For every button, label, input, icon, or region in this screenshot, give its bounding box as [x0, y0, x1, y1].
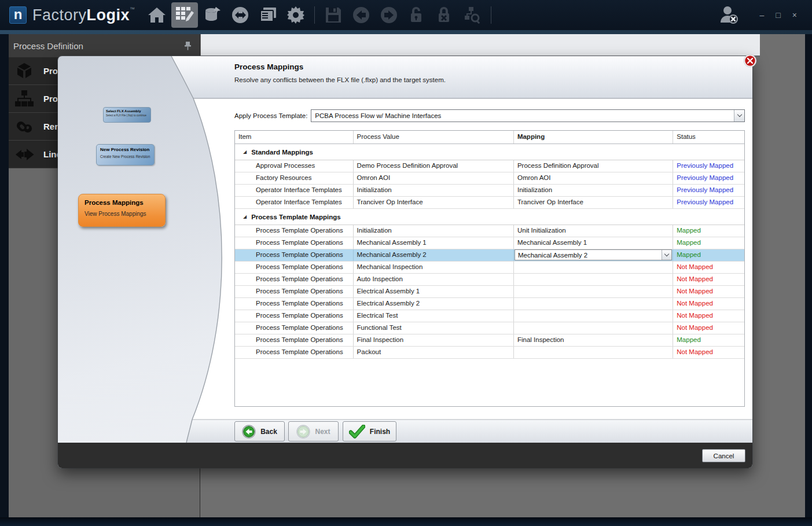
save-button[interactable]: [320, 2, 347, 28]
mapping-row[interactable]: Factory ResourcesOmron AOIOmron AOIPrevi…: [235, 172, 744, 185]
toolbar-separator: [491, 6, 491, 24]
mapping-row[interactable]: Process Template OperationsFinal Inspect…: [235, 334, 744, 347]
mapping-cell[interactable]: [514, 262, 673, 273]
process-definition-editor-button[interactable]: [171, 2, 198, 28]
cancel-button[interactable]: Cancel: [702, 449, 745, 462]
group-header-row[interactable]: ◢Process Template Mappings: [235, 209, 744, 225]
mapping-row[interactable]: Process Template OperationsInitializatio…: [235, 225, 744, 237]
status-cell: Previously Mapped: [673, 197, 744, 208]
material-logistics-button[interactable]: [199, 2, 226, 28]
process-value-cell: Initialization: [354, 185, 514, 196]
process-mappings-dialog: Process Mappings Resolve any conflicts b…: [58, 56, 752, 468]
mapping-row[interactable]: Operator Interface TemplatesTranciver Op…: [235, 197, 744, 209]
table-header-row: Item Process Value Mapping Status: [235, 131, 744, 144]
mapping-cell[interactable]: [514, 310, 673, 322]
mapping-row[interactable]: Process Template OperationsElectrical Te…: [235, 310, 744, 322]
back-button[interactable]: Back: [234, 421, 285, 442]
mapping-cell[interactable]: [514, 298, 673, 310]
pushpin-icon[interactable]: [184, 41, 192, 50]
chevron-down-icon: [737, 112, 741, 117]
mapping-cell[interactable]: Process Definition Approval: [514, 160, 673, 172]
wizard-step-process-mappings-current[interactable]: Process Mappings View Process Mappings: [78, 194, 166, 227]
lock-remove-button[interactable]: [431, 2, 458, 28]
column-header-process-value[interactable]: Process Value: [354, 131, 514, 144]
item-cell: Process Template Operations: [235, 249, 354, 261]
item-cell: Process Template Operations: [235, 310, 354, 322]
window-frame-bottom: [0, 517, 812, 526]
mapping-cell[interactable]: Final Inspection: [514, 334, 673, 346]
column-header-item[interactable]: Item: [235, 131, 354, 144]
navigate-forward-button[interactable]: [376, 2, 402, 28]
wizard-step-select-flx-assembly[interactable]: Select FLX Assembly Select a FLX File (.…: [103, 107, 151, 123]
mapping-row[interactable]: Process Template OperationsAuto Inspecti…: [235, 274, 744, 286]
group-collapse-triangle-icon[interactable]: ◢: [243, 149, 247, 155]
process-value-cell: Demo Process Definition Approval: [354, 160, 514, 172]
app-brand: FactoryLogix™: [32, 6, 135, 24]
process-value-cell: Packout: [354, 347, 514, 358]
lock-x-icon: [436, 6, 453, 24]
mapping-combobox[interactable]: Mechanical Assembly 2: [515, 249, 672, 260]
mapping-row[interactable]: Process Template OperationsMechanical As…: [235, 237, 744, 249]
wizard-step-new-process-revision[interactable]: New Process Revision Create New Process …: [96, 144, 155, 165]
mapping-row[interactable]: Process Template OperationsElectrical As…: [235, 286, 744, 298]
mappings-table-body: ◢Standard MappingsApproval ProcessesDemo…: [235, 144, 744, 359]
save-floppy-icon: [325, 6, 342, 24]
chevron-down-icon: [664, 252, 669, 256]
mapping-cell[interactable]: [514, 322, 673, 334]
minimize-button[interactable]: –: [760, 10, 765, 20]
mapping-cell[interactable]: Mechanical Assembly 1: [514, 237, 673, 249]
status-cell: Not Mapped: [673, 322, 744, 334]
mapping-row[interactable]: Process Template OperationsMechanical As…: [235, 249, 744, 262]
mapping-cell[interactable]: Omron AOI: [514, 172, 673, 184]
column-header-status[interactable]: Status: [673, 131, 744, 144]
dialog-title: Process Mappings: [234, 62, 303, 71]
mapping-row[interactable]: Approval ProcessesDemo Process Definitio…: [235, 160, 744, 172]
navigate-back-button[interactable]: [348, 2, 374, 28]
dialog-close-button[interactable]: [743, 54, 757, 68]
settings-button[interactable]: [282, 2, 309, 28]
mapping-cell[interactable]: Initialization: [514, 185, 673, 196]
process-template-combobox[interactable]: PCBA Process Flow w/ Machine Interfaces: [311, 109, 745, 122]
mapping-row[interactable]: Process Template OperationsElectrical As…: [235, 298, 744, 310]
sync-transfer-button[interactable]: [227, 2, 253, 28]
finish-button[interactable]: Finish: [343, 421, 396, 442]
mapping-row[interactable]: Process Template OperationsMechanical In…: [235, 262, 744, 274]
dialog-bottom-bar: Cancel: [58, 443, 752, 468]
status-cell: Not Mapped: [673, 262, 744, 273]
home-button[interactable]: [144, 2, 170, 28]
mapping-cell[interactable]: [514, 274, 673, 285]
mapping-row[interactable]: Operator Interface TemplatesInitializati…: [235, 185, 744, 197]
combobox-dropdown-button[interactable]: [662, 250, 671, 260]
step-subtitle: View Process Mappings: [84, 211, 159, 217]
panel-title: Process Definition: [13, 41, 184, 51]
unlock-button[interactable]: [403, 2, 430, 28]
next-label: Next: [315, 428, 330, 436]
mapping-cell[interactable]: [514, 286, 673, 297]
status-cell: Previously Mapped: [673, 172, 744, 184]
mapping-cell[interactable]: Unit Initialization: [514, 225, 673, 237]
factorylogix-logo-icon: n: [9, 6, 27, 24]
mapping-row[interactable]: Process Template OperationsPackoutNot Ma…: [235, 347, 744, 359]
group-collapse-triangle-icon[interactable]: ◢: [243, 214, 247, 219]
mapping-cell[interactable]: Mechanical Assembly 2: [514, 249, 673, 261]
logout-user-button[interactable]: [715, 2, 742, 28]
user-logout-icon: [718, 5, 739, 25]
mapping-cell[interactable]: Tranciver Op Interface: [514, 197, 673, 208]
column-header-mapping[interactable]: Mapping: [514, 131, 673, 144]
status-cell: Mapped: [673, 249, 744, 261]
next-button-disabled[interactable]: Next: [288, 421, 339, 442]
process-audit-button[interactable]: [459, 2, 486, 28]
item-cell: Operator Interface Templates: [235, 197, 354, 208]
mapping-row[interactable]: Process Template OperationsFunctional Te…: [235, 322, 744, 334]
apply-template-label: Apply Process Template:: [234, 112, 307, 119]
process-value-cell: Electrical Assembly 1: [354, 286, 514, 297]
combobox-dropdown-button[interactable]: [734, 110, 744, 122]
group-header-row[interactable]: ◢Standard Mappings: [235, 144, 744, 160]
panel-header: Process Definition: [9, 34, 200, 57]
maximize-button[interactable]: □: [776, 10, 780, 20]
dialog-subtitle: Resolve any conflicts between the FLX fi…: [234, 76, 446, 83]
item-cell: Process Template Operations: [235, 237, 354, 249]
mapping-cell[interactable]: [514, 347, 673, 358]
documents-button[interactable]: [255, 2, 281, 28]
close-window-button[interactable]: ×: [792, 10, 797, 20]
